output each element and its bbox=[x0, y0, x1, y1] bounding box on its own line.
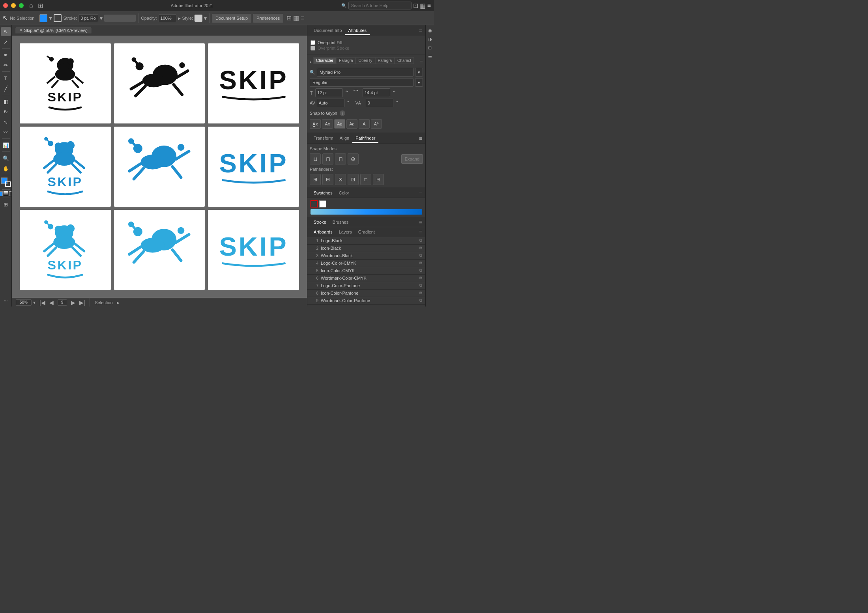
color-mode-gradient[interactable] bbox=[4, 191, 8, 196]
panels-icon[interactable]: ▦ bbox=[420, 2, 426, 9]
artboard-list-icon[interactable]: ⧉ bbox=[419, 261, 422, 265]
document-tab[interactable]: ✕ Skip.ai* @ 50% (CMYK/Preview) bbox=[15, 27, 92, 34]
artboard-list-item[interactable]: 7 Logo-Color-Pantone ⧉ bbox=[307, 282, 425, 290]
panel-menu-icon[interactable]: ≡ bbox=[419, 28, 422, 34]
kerning-dropdown-icon[interactable]: ⌃ bbox=[346, 100, 351, 106]
preferences-button[interactable]: Preferences bbox=[253, 14, 283, 22]
color-picker-icon[interactable]: ◉ bbox=[427, 27, 434, 34]
expand-btn[interactable]: Expand bbox=[401, 154, 423, 164]
stroke-width-input[interactable] bbox=[79, 14, 98, 22]
direct-selection-tool[interactable]: ↗ bbox=[1, 37, 11, 47]
paragraph2-tab[interactable]: Paragra bbox=[375, 57, 395, 64]
color-tab[interactable]: Color bbox=[336, 190, 352, 196]
artboard-list-icon[interactable]: ⧉ bbox=[419, 306, 422, 306]
artboard-list-icon[interactable]: ⧉ bbox=[419, 283, 422, 288]
artboard-list-icon[interactable]: ⧉ bbox=[419, 276, 422, 280]
artboard-list-icon[interactable]: ⧉ bbox=[419, 238, 422, 243]
artboard-list-icon[interactable]: ⧉ bbox=[419, 246, 422, 250]
merge-btn[interactable]: ⊠ bbox=[335, 174, 346, 185]
stroke-menu-icon[interactable]: ≡ bbox=[419, 219, 422, 225]
shape-builder-tool[interactable]: ◧ bbox=[1, 97, 11, 106]
warp-tool[interactable]: 〰 bbox=[1, 127, 11, 137]
fill-stroke-indicator[interactable] bbox=[1, 178, 11, 187]
fill-color-swatch[interactable] bbox=[39, 14, 47, 22]
character-tab[interactable]: Character bbox=[313, 57, 336, 64]
char-collapse-icon[interactable]: ▸ bbox=[310, 60, 312, 64]
type-tool[interactable]: T bbox=[1, 73, 11, 83]
artboard-list-item[interactable]: 5 Icon-Color-CMYK ⧉ bbox=[307, 267, 425, 275]
hand-tool[interactable]: ✋ bbox=[1, 164, 11, 173]
exclude-btn[interactable]: ⊕ bbox=[348, 153, 359, 164]
artboard-tool[interactable]: ⊞ bbox=[1, 200, 11, 209]
maximize-button[interactable] bbox=[19, 3, 24, 8]
artboard-list-icon[interactable]: ⧉ bbox=[419, 253, 422, 258]
selection-tool[interactable]: ↖ bbox=[1, 27, 11, 36]
tracking-input[interactable] bbox=[366, 99, 393, 107]
nav-prev2-icon[interactable]: ◀ bbox=[49, 299, 54, 306]
artboard-num-input[interactable] bbox=[58, 299, 67, 306]
stroke-dropdown-icon[interactable]: ▾ bbox=[100, 15, 103, 21]
doc-setup-button[interactable]: Document Setup bbox=[212, 14, 251, 22]
pathfinder-menu-icon[interactable]: ≡ bbox=[419, 135, 422, 142]
arrange-icon[interactable]: ⊞ bbox=[286, 14, 292, 22]
opacity-input[interactable] bbox=[159, 14, 176, 22]
swatches-menu-icon[interactable]: ≡ bbox=[419, 190, 422, 196]
doc-info-tab[interactable]: Document Info bbox=[311, 26, 345, 35]
artboard-list-item[interactable]: 9 Wordmark-Color-Pantone ⧉ bbox=[307, 297, 425, 305]
rotate-tool[interactable]: ↻ bbox=[1, 107, 11, 116]
menu-icon[interactable]: ≡ bbox=[427, 2, 431, 9]
char-menu-icon[interactable]: ≡ bbox=[420, 59, 423, 65]
minimize-button[interactable] bbox=[11, 3, 16, 8]
layers-tab[interactable]: Layers bbox=[336, 229, 355, 235]
color-mode-none[interactable] bbox=[9, 191, 12, 196]
minus-back-btn[interactable]: ⊟ bbox=[373, 174, 384, 185]
white-swatch[interactable] bbox=[319, 200, 326, 207]
artboard-list-item[interactable]: 6 Wordmark-Color-CMYK ⧉ bbox=[307, 275, 425, 282]
nav-next2-icon[interactable]: ▶| bbox=[79, 299, 85, 306]
artboard-list-item[interactable]: 1 Logo-Black ⧉ bbox=[307, 237, 425, 245]
line-tool[interactable]: ╱ bbox=[1, 84, 11, 93]
leading-input[interactable] bbox=[363, 88, 390, 97]
overprint-fill-checkbox[interactable] bbox=[311, 40, 315, 45]
gradient-tab[interactable]: Gradient bbox=[355, 229, 378, 235]
stroke-tab[interactable]: Stroke bbox=[311, 219, 329, 225]
artboard-list-icon[interactable]: ⧉ bbox=[419, 298, 422, 303]
graph-tool[interactable]: 📊 bbox=[1, 140, 11, 150]
font-style-input[interactable] bbox=[310, 78, 413, 87]
brushes-tab[interactable]: Brushes bbox=[329, 219, 352, 225]
paragraph-tab[interactable]: Paragra bbox=[336, 57, 356, 64]
menu2-icon[interactable]: ≡ bbox=[301, 15, 304, 22]
swatches-tab[interactable]: Swatches bbox=[311, 190, 336, 196]
zoom-input[interactable] bbox=[16, 299, 32, 306]
fill-dropdown-icon[interactable]: ▾ bbox=[49, 14, 52, 22]
font-size-input[interactable] bbox=[315, 88, 343, 97]
all-caps-btn[interactable]: A bbox=[359, 119, 370, 129]
align-left-btn[interactable]: A̲x bbox=[310, 119, 321, 129]
outline-btn[interactable]: □ bbox=[360, 174, 371, 185]
search-input[interactable] bbox=[348, 2, 412, 9]
gradient-icon[interactable]: ◑ bbox=[427, 36, 434, 43]
expand-icon[interactable]: ⊡ bbox=[413, 2, 418, 9]
artboard-list-item[interactable]: 4 Logo-Color-CMYK ⧉ bbox=[307, 260, 425, 267]
minus-front-btn[interactable]: ⊓ bbox=[322, 153, 333, 164]
style-dropdown-icon[interactable]: ▾ bbox=[204, 15, 207, 21]
artboard-list-item[interactable]: 2 Icon-Black ⧉ bbox=[307, 245, 425, 252]
panels-toggle-icon[interactable]: ▦ bbox=[293, 14, 299, 22]
artboard-list-item[interactable]: 10 Logo-Color-Reverse-CMYK ⧉ bbox=[307, 305, 425, 306]
artboard-icon-right[interactable]: ⊞ bbox=[427, 44, 434, 51]
pen-tool[interactable]: ✒ bbox=[1, 50, 11, 60]
font-dropdown-btn[interactable]: ▾ bbox=[415, 68, 423, 77]
leading-up-icon[interactable]: ⌃ bbox=[392, 90, 397, 96]
align-glyph-btn[interactable]: Ag bbox=[334, 119, 345, 129]
crop-btn[interactable]: ⊡ bbox=[348, 174, 359, 185]
tracking-dropdown-icon[interactable]: ⌃ bbox=[395, 100, 400, 106]
nav-prev-icon[interactable]: |◀ bbox=[39, 299, 45, 306]
workspace-switcher-icon[interactable]: ⊞ bbox=[38, 2, 43, 9]
opacity-dropdown-icon[interactable]: ▸ bbox=[178, 15, 181, 21]
style-swatch[interactable] bbox=[195, 15, 202, 22]
libraries-icon[interactable]: ☰ bbox=[427, 53, 434, 60]
character2-tab[interactable]: Charact bbox=[395, 57, 414, 64]
font-size-up-icon[interactable]: ⌃ bbox=[344, 90, 349, 96]
trim-btn[interactable]: ⊟ bbox=[322, 174, 333, 185]
artboards-tab[interactable]: Artboards bbox=[311, 229, 336, 235]
